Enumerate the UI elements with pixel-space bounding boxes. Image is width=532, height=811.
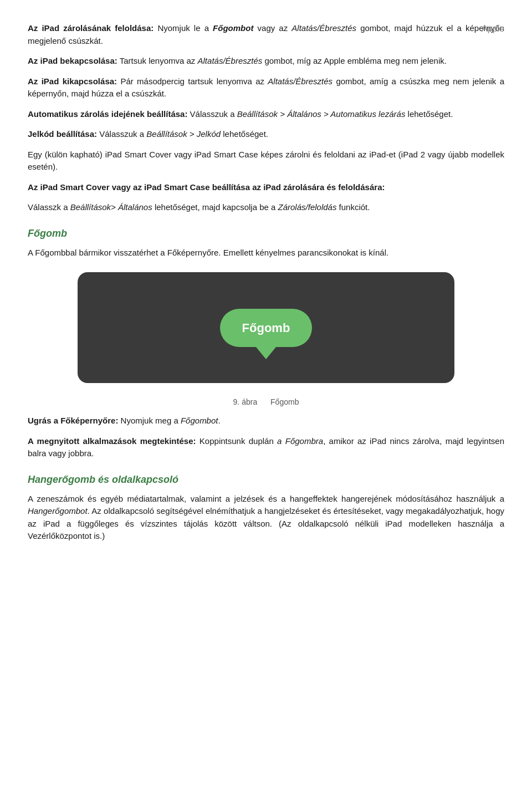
text-alkalmazasok-pre: Koppintsunk duplán	[200, 436, 277, 446]
paragraph-hangero-text: A zeneszámok és egyéb médiatartalmak, va…	[28, 493, 504, 543]
speech-bubble-fogomb: Főgomb	[220, 309, 313, 347]
text-p8-end: funkciót.	[336, 202, 370, 212]
paragraph-smart-cover-intro: Egy (külön kapható) iPad Smart Cover vag…	[28, 149, 504, 174]
italic-alkalmazasok: a Főgombra	[277, 436, 323, 446]
text-p2: Tartsuk lenyomva az Altatás/Ébresztés go…	[120, 56, 447, 65]
paragraph-megnyitott-alkalmazasok: A megnyitott alkalmazások megtekintése: …	[28, 435, 504, 460]
figure-number: 9. ábra	[233, 397, 258, 406]
bold-label-p1: Az iPad zárolásának feloldása:	[28, 23, 154, 33]
section-fogomb: Főgomb A Főgombbal bármikor visszatérhet…	[28, 226, 504, 460]
paragraph-ugras-fokepernyo: Ugrás a Főképernyőre: Nyomjuk meg a Főgo…	[28, 415, 504, 427]
text-p6: Egy (külön kapható) iPad Smart Cover vag…	[28, 150, 504, 172]
paragraph-automatikus-zarolas: Automatikus zárolás idejének beállítása:…	[28, 108, 504, 121]
paragraph-smart-cover-instructions: Válasszk a Beállítások> Általános lehető…	[28, 201, 504, 214]
italic-p8-mid: Beállítások> Általános	[70, 202, 152, 212]
figure-label: Főgomb	[270, 397, 299, 406]
paragraph-ipad-bekapcsolasa: Az iPad bekapcsolása: Tartsuk lenyomva a…	[28, 55, 504, 68]
text-p5: Válasszuk a Beállítások > Jelkód lehetős…	[99, 129, 268, 139]
paragraph-fogomb-intro: A Főgombbal bármikor visszatérhet a Főké…	[28, 247, 504, 259]
italic-hangerogomb: Hangerőgombot	[28, 506, 88, 516]
bold-label-p7: Az iPad Smart Cover vagy az iPad Smart C…	[28, 182, 385, 192]
figure-caption-fogomb: 9. ábra Főgomb	[28, 396, 504, 408]
paragraph-ipad-zarolasanak-feloldasa: Az iPad zárolásának feloldása: Nyomjuk l…	[28, 22, 504, 47]
figure-fogomb: Főgomb	[78, 272, 454, 383]
bold-alkalmazasok: A megnyitott alkalmazások megtekintése:	[28, 436, 196, 446]
text-hangero-mid: . Az oldalkapcsoló segítségével elnémíth…	[28, 506, 504, 540]
text-p8-pre: Válasszk a	[28, 202, 70, 212]
section-heading-fogomb: Főgomb	[28, 226, 504, 241]
text-p8-mid: lehetőséget, majd kapcsolja be a	[152, 202, 278, 212]
italic-p8-end: Zárolás/feloldás	[278, 202, 337, 212]
text-hangero-pre: A zeneszámok és egyéb médiatartalmak, va…	[28, 494, 504, 503]
text-ugras-end: .	[218, 416, 220, 425]
page-content: Apple Az iPad zárolásának feloldása: Nyo…	[28, 22, 504, 543]
section-hangero: Hangerőgomb és oldalkapcsoló A zeneszámo…	[28, 472, 504, 543]
paragraph-ipad-kikapcsolasa: Az iPad kikapcsolása: Pár másodpercig ta…	[28, 75, 504, 100]
text-ugras-pre: Nyomjuk meg a	[121, 416, 181, 425]
bold-label-p3: Az iPad kikapcsolása:	[28, 76, 117, 86]
bold-label-p5: Jelkód beállítása:	[28, 129, 97, 139]
paragraph-jelkod-beallitasa: Jelkód beállítása: Válasszuk a Beállítás…	[28, 128, 504, 141]
apple-logo: Apple	[482, 22, 504, 35]
text-p4: Válasszuk a Beállítások > Általános > Au…	[190, 109, 453, 119]
italic-ugras: Főgombot	[181, 416, 218, 425]
bold-ugras: Ugrás a Főképernyőre:	[28, 416, 118, 425]
section-heading-hangero: Hangerőgomb és oldalkapcsoló	[28, 472, 504, 487]
bold-label-p4: Automatikus zárolás idejének beállítása:	[28, 109, 187, 119]
paragraph-smart-cover-heading: Az iPad Smart Cover vagy az iPad Smart C…	[28, 181, 504, 194]
bold-label-p2: Az iPad bekapcsolása:	[28, 56, 117, 65]
